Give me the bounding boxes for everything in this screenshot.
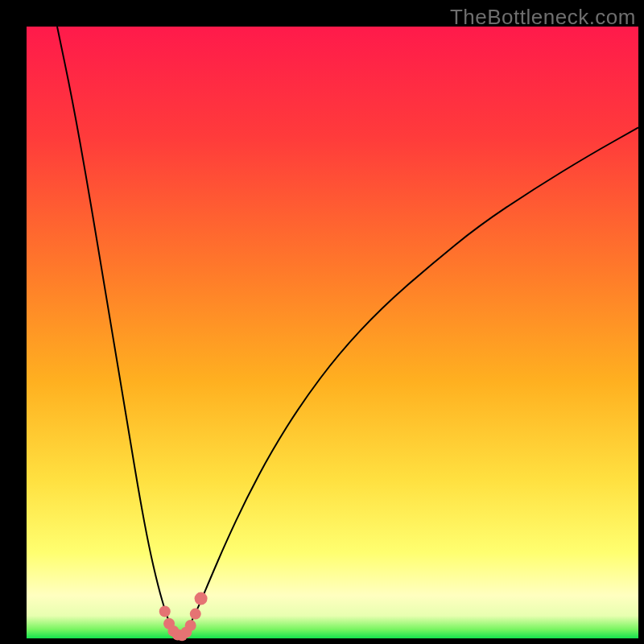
watermark-text: TheBottleneck.com	[450, 5, 636, 30]
plot-canvas	[27, 27, 638, 638]
highlight-marker	[190, 609, 201, 620]
chart-frame: TheBottleneck.com	[0, 0, 644, 644]
highlight-marker	[185, 620, 196, 631]
gradient-background	[27, 27, 638, 638]
highlight-marker	[159, 606, 171, 617]
highlight-marker	[195, 592, 208, 605]
